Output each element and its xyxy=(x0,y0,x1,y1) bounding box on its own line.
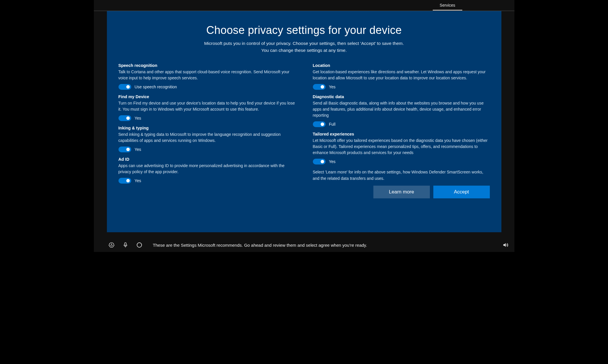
cortana-icon[interactable] xyxy=(136,242,143,248)
toggle-label: Yes xyxy=(329,85,336,89)
setting-title: Location xyxy=(313,63,490,68)
setting-find-my-device: Find my Device Turn on Find my device an… xyxy=(118,94,295,121)
setting-title: Diagnostic data xyxy=(313,94,490,99)
toggle-label: Use speech recognition xyxy=(135,85,177,89)
toggle-ad-id[interactable] xyxy=(118,178,131,184)
setting-desc: Turn on Find my device and use your devi… xyxy=(118,100,295,112)
toggle-location[interactable] xyxy=(313,84,326,90)
svg-point-1 xyxy=(111,244,112,244)
learn-more-button[interactable]: Learn more xyxy=(373,186,430,198)
setting-title: Speech recognition xyxy=(118,63,295,68)
left-column: Speech recognition Talk to Cortana and o… xyxy=(118,63,295,198)
toggle-speech-recognition[interactable] xyxy=(118,84,131,90)
toggle-label: Yes xyxy=(135,178,141,183)
toggle-row: Yes xyxy=(118,178,295,184)
setting-desc: Apps can use advertising ID to provide m… xyxy=(118,163,295,175)
bottombar: These are the Settings Microsoft recomme… xyxy=(94,238,514,252)
tab-services[interactable]: Services xyxy=(433,1,462,10)
setting-title: Inking & typing xyxy=(118,126,295,130)
page-subtitle: Microsoft puts you in control of your pr… xyxy=(118,40,490,54)
toggle-row: Yes xyxy=(313,84,490,90)
subtitle-line-2: You can change these settings at any tim… xyxy=(261,48,347,53)
setting-ad-id: Ad ID Apps can use advertising ID to pro… xyxy=(118,157,295,184)
learn-more-footnote: Select 'Learn more' for info on the abov… xyxy=(313,169,490,182)
toggle-row: Yes xyxy=(118,147,295,152)
setting-title: Find my Device xyxy=(118,94,295,99)
setting-inking-typing: Inking & typing Send inking & typing dat… xyxy=(118,126,295,152)
page-title: Choose privacy settings for your device xyxy=(118,24,490,36)
settings-columns: Speech recognition Talk to Cortana and o… xyxy=(118,63,490,198)
privacy-panel: Choose privacy settings for your device … xyxy=(107,11,501,232)
setting-diagnostic-data: Diagnostic data Send all Basic diagnosti… xyxy=(313,94,490,127)
setting-tailored-experiences: Tailored experiences Let Microsoft offer… xyxy=(313,132,490,164)
svg-rect-2 xyxy=(125,243,126,246)
action-buttons: Learn more Accept xyxy=(313,186,490,198)
setting-desc: Send inking & typing data to Microsoft t… xyxy=(118,131,295,144)
toggle-label: Yes xyxy=(329,159,336,164)
status-message: These are the Settings Microsoft recomme… xyxy=(153,243,495,248)
microphone-icon[interactable] xyxy=(122,242,129,248)
ease-of-access-icon[interactable] xyxy=(108,242,115,248)
toggle-label: Yes xyxy=(135,147,141,152)
svg-point-0 xyxy=(109,243,114,248)
toggle-diagnostic-data[interactable] xyxy=(313,121,326,127)
setting-title: Tailored experiences xyxy=(313,132,490,136)
setting-desc: Let Microsoft offer you tailored experie… xyxy=(313,138,490,156)
setting-desc: Talk to Cortana and other apps that supp… xyxy=(118,69,295,81)
right-column: Location Get location-based experiences … xyxy=(313,63,490,198)
setting-desc: Get location-based experiences like dire… xyxy=(313,69,490,81)
toggle-row: Full xyxy=(313,121,490,127)
setting-desc: Send all Basic diagnostic data, along wi… xyxy=(313,100,490,118)
toggle-label: Yes xyxy=(135,116,141,120)
toggle-tailored-experiences[interactable] xyxy=(313,159,326,164)
setting-speech-recognition: Speech recognition Talk to Cortana and o… xyxy=(118,63,295,90)
toggle-inking-typing[interactable] xyxy=(118,147,131,152)
volume-icon[interactable] xyxy=(502,242,509,248)
toggle-label: Full xyxy=(329,122,336,127)
setting-title: Ad ID xyxy=(118,157,295,162)
setting-location: Location Get location-based experiences … xyxy=(313,63,490,90)
oobe-screen: Services Choose privacy settings for you… xyxy=(94,0,514,252)
subtitle-line-1: Microsoft puts you in control of your pr… xyxy=(204,41,404,46)
accept-button[interactable]: Accept xyxy=(433,186,490,198)
toggle-row: Yes xyxy=(313,159,490,164)
topbar: Services xyxy=(94,0,514,11)
toggle-row: Yes xyxy=(118,115,295,121)
toggle-row: Use speech recognition xyxy=(118,84,295,90)
toggle-find-my-device[interactable] xyxy=(118,115,131,121)
